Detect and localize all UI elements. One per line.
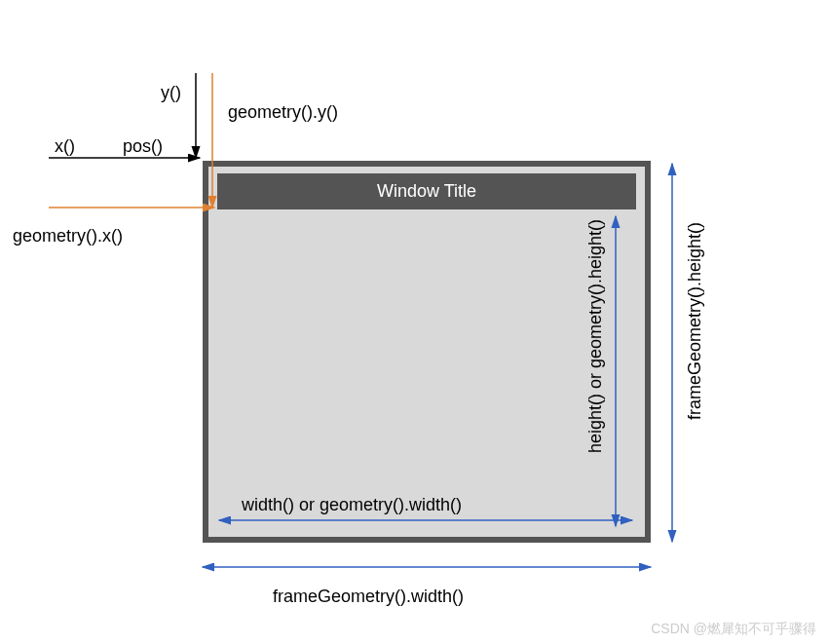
label-y: y() <box>161 83 181 103</box>
label-pos: pos() <box>123 136 163 157</box>
label-height: height() or geometry().height() <box>585 219 606 453</box>
label-width: width() or geometry().width() <box>242 495 462 515</box>
window-title-text: Window Title <box>377 181 476 202</box>
watermark: CSDN @燃犀知不可乎骤得 <box>651 621 816 638</box>
window-titlebar: Window Title <box>217 173 636 209</box>
window-client-area <box>217 212 636 529</box>
label-frame-width: frameGeometry().width() <box>273 587 464 607</box>
label-geometry-y: geometry().y() <box>228 102 338 123</box>
label-frame-height: frameGeometry().height() <box>685 222 705 420</box>
label-geometry-x: geometry().x() <box>13 226 123 246</box>
window-frame: Window Title <box>203 161 651 543</box>
label-x: x() <box>55 136 75 157</box>
